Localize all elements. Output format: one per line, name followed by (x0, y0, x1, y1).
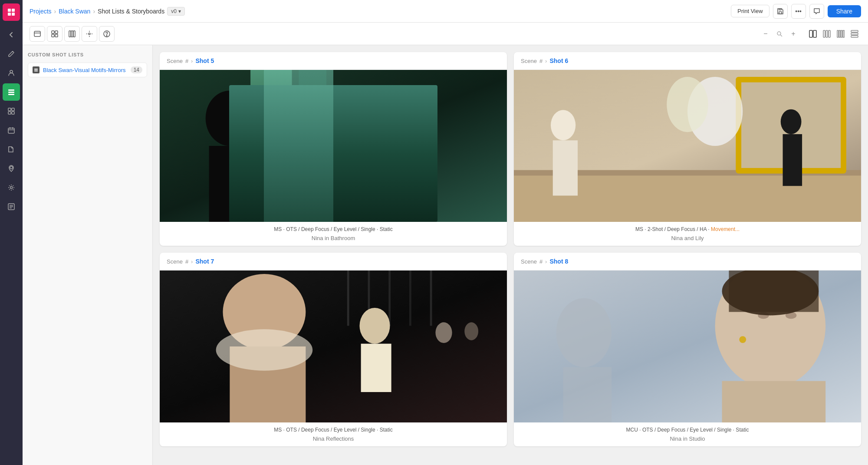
shot-5-hash: # (185, 58, 188, 64)
logo-icon[interactable] (3, 3, 20, 21)
settings-tool-btn[interactable] (82, 26, 97, 42)
content-area: CUSTOM SHOT LISTS Black Swan-Visual Moti… (23, 45, 868, 465)
svg-rect-84 (729, 270, 819, 312)
svg-rect-49 (209, 146, 254, 222)
shot-7-arrow: › (191, 258, 193, 265)
shot-6-tech: MS · 2-Shot / Deep Focus / HA · Movement… (521, 226, 854, 232)
shot-list-name: Black Swan-Visual Motifs-Mirrors (43, 67, 127, 73)
svg-rect-51 (325, 142, 358, 204)
zoom-in-btn[interactable]: + (787, 28, 799, 40)
zoom-icon (773, 28, 786, 40)
svg-rect-25 (73, 31, 75, 37)
svg-rect-33 (826, 30, 828, 37)
back-nav-icon[interactable] (3, 26, 20, 43)
svg-point-85 (739, 336, 746, 343)
shot-8-tech: MCU · OTS / Deep Focus / Eye Level / Sin… (521, 427, 854, 433)
shot-8-header: Scene # › Shot 8 (514, 253, 861, 270)
schedule-icon[interactable] (3, 122, 20, 139)
shot-7-scene-label: Scene (167, 258, 183, 265)
breakdown-icon[interactable] (3, 102, 20, 120)
svg-rect-80 (722, 381, 826, 422)
settings-icon[interactable] (3, 179, 20, 196)
comment-button[interactable] (809, 4, 824, 19)
locations-icon[interactable] (3, 160, 20, 177)
svg-point-57 (551, 110, 575, 140)
svg-rect-39 (851, 30, 858, 32)
shot-8-description: Nina in Studio (521, 435, 854, 442)
projects-link[interactable]: Projects (30, 8, 52, 15)
breadcrumb-sep2: › (93, 8, 95, 15)
svg-rect-9 (12, 108, 14, 111)
svg-rect-6 (8, 92, 14, 93)
shot-6-scene-label: Scene (521, 58, 537, 64)
shots-grid: Scene # › Shot 5 (160, 52, 861, 446)
print-view-button[interactable]: Print View (731, 5, 769, 17)
custom-shot-lists-title: CUSTOM SHOT LISTS (28, 52, 147, 57)
three-col-view-btn[interactable] (820, 28, 833, 40)
help-btn[interactable] (99, 26, 115, 42)
svg-point-14 (10, 187, 13, 189)
svg-point-13 (10, 166, 13, 169)
shot-6-label: Shot 6 (549, 57, 568, 64)
svg-point-4 (10, 70, 13, 73)
shot-8-hash: # (539, 258, 542, 265)
list-view-btn[interactable] (30, 26, 45, 42)
svg-point-62 (667, 77, 708, 132)
svg-rect-10 (8, 112, 11, 114)
svg-rect-34 (829, 30, 830, 37)
save-icon-button[interactable] (773, 4, 788, 19)
shot-5-header: Scene # › Shot 5 (160, 52, 507, 70)
files-icon[interactable] (3, 141, 20, 158)
shot-6-description: Nina and Lily (521, 235, 854, 241)
svg-rect-8 (8, 108, 11, 111)
list-detail-view-btn[interactable] (848, 28, 861, 40)
version-badge[interactable]: v0 ▾ (167, 7, 185, 16)
svg-rect-60 (783, 134, 802, 186)
shot-5-tech: MS · OTS / Deep Focus / Eye Level / Sing… (167, 226, 500, 232)
shot-card-7: Scene # › Shot 7 (160, 253, 507, 446)
shot-6-tech-highlight: Movement... (711, 226, 740, 232)
svg-rect-68 (430, 270, 432, 326)
shotlist-icon[interactable] (3, 83, 20, 101)
grid-view-btn[interactable] (47, 26, 62, 42)
shot-list-item[interactable]: Black Swan-Visual Motifs-Mirrors 14 (28, 63, 147, 77)
team-icon[interactable] (3, 64, 20, 82)
shot-6-arrow: › (545, 58, 547, 64)
reports-icon[interactable] (3, 198, 20, 215)
svg-point-28 (106, 35, 107, 36)
view-mode-buttons (806, 28, 861, 40)
svg-rect-19 (52, 31, 54, 33)
toolbar: − + (23, 23, 868, 45)
zoom-controls: − + (760, 28, 799, 40)
shot-8-scene-label: Scene (521, 258, 537, 265)
four-col-view-btn[interactable] (834, 28, 847, 40)
svg-rect-43 (34, 70, 38, 71)
svg-rect-2 (8, 13, 11, 16)
svg-rect-5 (8, 89, 14, 91)
svg-point-71 (216, 329, 313, 370)
shot-7-image (160, 270, 507, 422)
svg-rect-30 (809, 30, 812, 37)
shot-5-footer: MS · OTS / Deep Focus / Eye Level / Sing… (160, 222, 507, 246)
share-button[interactable]: Share (828, 5, 861, 17)
svg-rect-42 (34, 69, 38, 69)
two-col-view-btn[interactable] (806, 28, 819, 40)
svg-point-48 (206, 91, 254, 146)
shot-6-image (514, 70, 861, 222)
breadcrumb-sep1: › (54, 8, 56, 15)
shot-7-header: Scene # › Shot 7 (160, 253, 507, 270)
more-options-button[interactable]: ••• (791, 4, 806, 19)
shot-5-image (160, 70, 507, 222)
svg-rect-20 (55, 31, 58, 33)
zoom-out-btn[interactable]: − (760, 28, 772, 40)
shot-7-footer: MS · OTS / Deep Focus / Eye Level / Sing… (160, 422, 507, 446)
svg-rect-22 (55, 34, 58, 37)
left-sidebar (0, 0, 23, 465)
svg-point-29 (777, 32, 781, 35)
shot-6-header: Scene # › Shot 6 (514, 52, 861, 70)
svg-rect-67 (409, 270, 411, 326)
shot-lists-sidebar: CUSTOM SHOT LISTS Black Swan-Visual Moti… (23, 45, 153, 465)
columns-view-btn[interactable] (64, 26, 80, 42)
project-link[interactable]: Black Swan (59, 8, 90, 15)
edit-icon[interactable] (3, 45, 20, 63)
